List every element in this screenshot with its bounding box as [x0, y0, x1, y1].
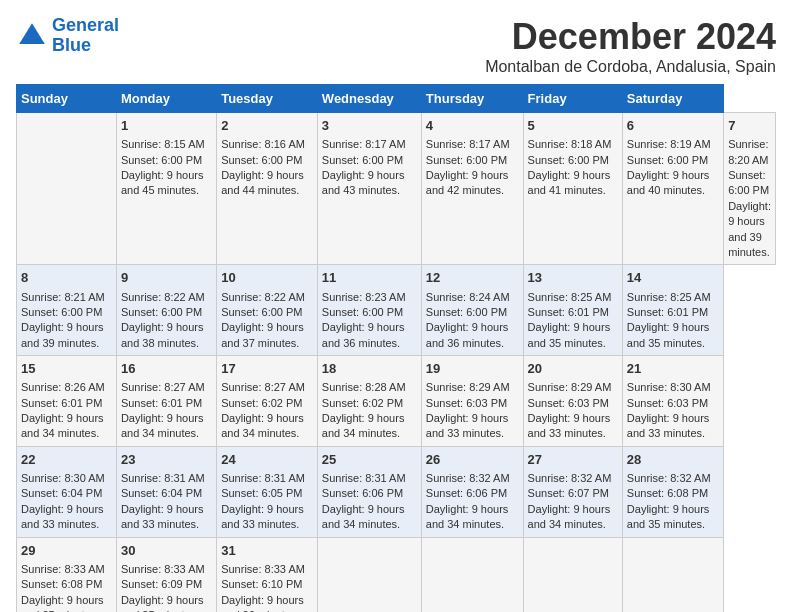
daylight-text: Daylight: 9 hours and 43 minutes. [322, 168, 417, 199]
sunset-text: Sunset: 6:03 PM [528, 396, 618, 411]
sunrise-text: Sunrise: 8:16 AM [221, 137, 313, 152]
sunset-text: Sunset: 6:00 PM [221, 305, 313, 320]
calendar-cell: 30Sunrise: 8:33 AMSunset: 6:09 PMDayligh… [116, 537, 216, 612]
day-number: 3 [322, 117, 417, 135]
day-of-week-header: Thursday [421, 85, 523, 113]
daylight-text: Daylight: 9 hours and 44 minutes. [221, 168, 313, 199]
daylight-text: Daylight: 9 hours and 34 minutes. [528, 502, 618, 533]
daylight-text: Daylight: 9 hours and 35 minutes. [21, 593, 112, 612]
day-number: 12 [426, 269, 519, 287]
day-number: 7 [728, 117, 771, 135]
sunrise-text: Sunrise: 8:22 AM [221, 290, 313, 305]
calendar-cell: 22Sunrise: 8:30 AMSunset: 6:04 PMDayligh… [17, 446, 117, 537]
calendar-cell: 19Sunrise: 8:29 AMSunset: 6:03 PMDayligh… [421, 356, 523, 447]
sunrise-text: Sunrise: 8:17 AM [322, 137, 417, 152]
calendar-cell: 20Sunrise: 8:29 AMSunset: 6:03 PMDayligh… [523, 356, 622, 447]
sunrise-text: Sunrise: 8:17 AM [426, 137, 519, 152]
daylight-text: Daylight: 9 hours and 33 minutes. [121, 502, 212, 533]
day-number: 16 [121, 360, 212, 378]
sunrise-text: Sunrise: 8:23 AM [322, 290, 417, 305]
days-of-week-row: SundayMondayTuesdayWednesdayThursdayFrid… [17, 85, 776, 113]
day-number: 4 [426, 117, 519, 135]
svg-rect-1 [24, 36, 40, 42]
sunrise-text: Sunrise: 8:18 AM [528, 137, 618, 152]
calendar-cell: 9Sunrise: 8:22 AMSunset: 6:00 PMDaylight… [116, 265, 216, 356]
sunrise-text: Sunrise: 8:32 AM [528, 471, 618, 486]
sunset-text: Sunset: 6:01 PM [627, 305, 719, 320]
calendar-cell: 25Sunrise: 8:31 AMSunset: 6:06 PMDayligh… [317, 446, 421, 537]
calendar-cell: 24Sunrise: 8:31 AMSunset: 6:05 PMDayligh… [217, 446, 318, 537]
calendar-cell: 16Sunrise: 8:27 AMSunset: 6:01 PMDayligh… [116, 356, 216, 447]
calendar-table: SundayMondayTuesdayWednesdayThursdayFrid… [16, 84, 776, 612]
sunrise-text: Sunrise: 8:29 AM [426, 380, 519, 395]
sunrise-text: Sunrise: 8:33 AM [221, 562, 313, 577]
day-number: 21 [627, 360, 719, 378]
calendar-header: SundayMondayTuesdayWednesdayThursdayFrid… [17, 85, 776, 113]
calendar-cell: 13Sunrise: 8:25 AMSunset: 6:01 PMDayligh… [523, 265, 622, 356]
daylight-text: Daylight: 9 hours and 42 minutes. [426, 168, 519, 199]
sunset-text: Sunset: 6:00 PM [322, 305, 417, 320]
day-number: 15 [21, 360, 112, 378]
sunrise-text: Sunrise: 8:26 AM [21, 380, 112, 395]
daylight-text: Daylight: 9 hours and 36 minutes. [221, 593, 313, 612]
sunset-text: Sunset: 6:00 PM [426, 153, 519, 168]
calendar-cell: 11Sunrise: 8:23 AMSunset: 6:00 PMDayligh… [317, 265, 421, 356]
sunset-text: Sunset: 6:03 PM [426, 396, 519, 411]
daylight-text: Daylight: 9 hours and 34 minutes. [21, 411, 112, 442]
calendar-cell: 3Sunrise: 8:17 AMSunset: 6:00 PMDaylight… [317, 113, 421, 265]
calendar-cell [17, 113, 117, 265]
sunset-text: Sunset: 6:00 PM [221, 153, 313, 168]
day-of-week-header: Tuesday [217, 85, 318, 113]
logo-line2: Blue [52, 35, 91, 55]
sunset-text: Sunset: 6:01 PM [21, 396, 112, 411]
daylight-text: Daylight: 9 hours and 34 minutes. [322, 502, 417, 533]
sunset-text: Sunset: 6:00 PM [121, 153, 212, 168]
sunrise-text: Sunrise: 8:28 AM [322, 380, 417, 395]
logo-text: General Blue [52, 16, 119, 56]
daylight-text: Daylight: 9 hours and 35 minutes. [627, 320, 719, 351]
sunset-text: Sunset: 6:02 PM [221, 396, 313, 411]
calendar-cell: 17Sunrise: 8:27 AMSunset: 6:02 PMDayligh… [217, 356, 318, 447]
calendar-cell [622, 537, 723, 612]
day-number: 13 [528, 269, 618, 287]
day-number: 25 [322, 451, 417, 469]
sunset-text: Sunset: 6:01 PM [121, 396, 212, 411]
day-number: 10 [221, 269, 313, 287]
daylight-text: Daylight: 9 hours and 33 minutes. [426, 411, 519, 442]
subtitle: Montalban de Cordoba, Andalusia, Spain [485, 58, 776, 76]
sunrise-text: Sunrise: 8:31 AM [322, 471, 417, 486]
page-header: General Blue December 2024 Montalban de … [16, 16, 776, 76]
sunset-text: Sunset: 6:00 PM [627, 153, 719, 168]
sunset-text: Sunset: 6:01 PM [528, 305, 618, 320]
day-number: 20 [528, 360, 618, 378]
sunrise-text: Sunrise: 8:30 AM [21, 471, 112, 486]
daylight-text: Daylight: 9 hours and 35 minutes. [627, 502, 719, 533]
calendar-cell: 6Sunrise: 8:19 AMSunset: 6:00 PMDaylight… [622, 113, 723, 265]
day-of-week-header: Monday [116, 85, 216, 113]
daylight-text: Daylight: 9 hours and 35 minutes. [121, 593, 212, 612]
sunrise-text: Sunrise: 8:20 AM [728, 137, 771, 168]
sunset-text: Sunset: 6:05 PM [221, 486, 313, 501]
day-number: 18 [322, 360, 417, 378]
daylight-text: Daylight: 9 hours and 40 minutes. [627, 168, 719, 199]
sunrise-text: Sunrise: 8:15 AM [121, 137, 212, 152]
day-of-week-header: Saturday [622, 85, 723, 113]
day-number: 28 [627, 451, 719, 469]
sunset-text: Sunset: 6:04 PM [21, 486, 112, 501]
calendar-body: 1Sunrise: 8:15 AMSunset: 6:00 PMDaylight… [17, 113, 776, 613]
calendar-cell [421, 537, 523, 612]
calendar-cell: 18Sunrise: 8:28 AMSunset: 6:02 PMDayligh… [317, 356, 421, 447]
calendar-week-row: 8Sunrise: 8:21 AMSunset: 6:00 PMDaylight… [17, 265, 776, 356]
day-number: 11 [322, 269, 417, 287]
sunset-text: Sunset: 6:00 PM [322, 153, 417, 168]
sunset-text: Sunset: 6:00 PM [426, 305, 519, 320]
sunrise-text: Sunrise: 8:22 AM [121, 290, 212, 305]
sunrise-text: Sunrise: 8:24 AM [426, 290, 519, 305]
sunrise-text: Sunrise: 8:31 AM [221, 471, 313, 486]
day-number: 22 [21, 451, 112, 469]
sunrise-text: Sunrise: 8:33 AM [121, 562, 212, 577]
daylight-text: Daylight: 9 hours and 35 minutes. [528, 320, 618, 351]
daylight-text: Daylight: 9 hours and 34 minutes. [322, 411, 417, 442]
sunset-text: Sunset: 6:04 PM [121, 486, 212, 501]
day-number: 23 [121, 451, 212, 469]
